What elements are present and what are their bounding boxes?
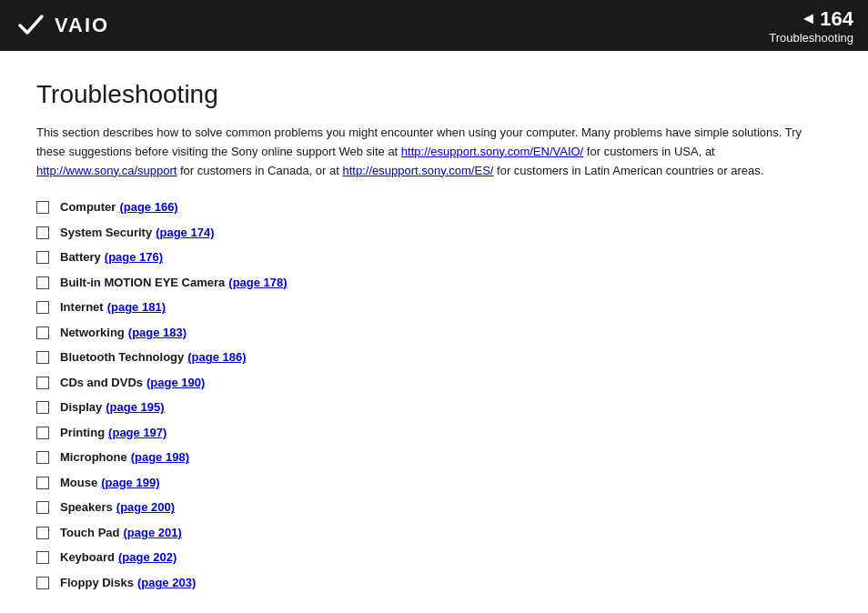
checkbox-icon <box>36 201 49 214</box>
page-number-area: ◄ 164 <box>800 7 853 31</box>
list-item: Printing (page 197) <box>36 424 832 442</box>
intro-text-part3: for customers in Canada, or at <box>177 164 342 177</box>
checkbox-icon <box>36 501 49 514</box>
item-link[interactable]: (page 186) <box>187 348 246 367</box>
checkbox-icon <box>36 327 49 339</box>
checkbox-icon <box>36 226 49 239</box>
item-label: Networking <box>60 324 125 342</box>
item-label: Internet <box>60 298 104 317</box>
checkbox-icon <box>36 351 49 364</box>
intro-text-part2: for customers in USA, at <box>583 145 715 158</box>
link-esupport-es[interactable]: http://esupport.sony.com/ES/ <box>342 164 493 177</box>
list-item: CDs and DVDs (page 190) <box>36 374 832 392</box>
list-item: Floppy Disks (page 203) <box>36 574 832 592</box>
item-link[interactable]: (page 197) <box>108 424 167 442</box>
link-sony-ca[interactable]: http://www.sony.ca/support <box>36 164 177 177</box>
item-label: Speakers <box>60 498 113 517</box>
list-item: Internet (page 181) <box>36 298 832 317</box>
list-item: Speakers (page 200) <box>36 498 832 517</box>
item-link[interactable]: (page 202) <box>118 548 177 567</box>
page-title: Troubleshooting <box>36 80 832 109</box>
item-link[interactable]: (page 183) <box>128 324 187 342</box>
link-esupport-en[interactable]: http://esupport.sony.com/EN/VAIO/ <box>401 145 583 158</box>
checkbox-icon <box>36 401 49 414</box>
checkbox-icon <box>36 527 49 539</box>
item-link[interactable]: (page 203) <box>137 574 196 592</box>
item-label: CDs and DVDs <box>60 374 143 392</box>
toc-list: Computer (page 166)System Security (page… <box>36 198 832 591</box>
item-label: Keyboard <box>60 548 115 567</box>
item-label: Floppy Disks <box>60 574 134 592</box>
item-label: Bluetooth Technology <box>60 348 184 367</box>
logo-area: VAIO <box>15 9 109 42</box>
list-item: Battery (page 176) <box>36 248 832 266</box>
list-item: Touch Pad (page 201) <box>36 524 832 542</box>
page-number: 164 <box>820 7 853 31</box>
list-item: Mouse (page 199) <box>36 474 832 492</box>
item-label: Printing <box>60 424 105 442</box>
item-label: Touch Pad <box>60 524 119 542</box>
item-link[interactable]: (page 181) <box>107 298 166 317</box>
checkbox-icon <box>36 251 49 264</box>
intro-text-part4: for customers in Latin American countrie… <box>493 164 763 177</box>
list-item: Keyboard (page 202) <box>36 548 832 567</box>
item-label: Computer <box>60 198 116 216</box>
intro-paragraph: This section describes how to solve comm… <box>36 124 819 180</box>
header: VAIO ◄ 164 Troubleshooting <box>0 0 868 51</box>
list-item: Computer (page 166) <box>36 198 832 216</box>
item-link[interactable]: (page 176) <box>105 248 163 266</box>
list-item: System Security (page 174) <box>36 224 832 242</box>
page-arrow-icon: ◄ <box>800 9 816 28</box>
checkbox-icon <box>36 276 49 289</box>
item-label: System Security <box>60 224 152 242</box>
item-label: Microphone <box>60 448 127 467</box>
item-link[interactable]: (page 199) <box>101 474 159 492</box>
vaio-logo-text: VAIO <box>55 14 109 37</box>
item-link[interactable]: (page 174) <box>156 224 214 242</box>
header-section-title: Troubleshooting <box>769 31 853 45</box>
list-item: Networking (page 183) <box>36 324 832 342</box>
item-link[interactable]: (page 166) <box>119 198 177 216</box>
sony-icon <box>15 9 47 42</box>
list-item: Display (page 195) <box>36 398 832 417</box>
item-link[interactable]: (page 190) <box>146 374 205 392</box>
item-label: Built-in MOTION EYE Camera <box>60 274 225 292</box>
item-link[interactable]: (page 201) <box>123 524 181 542</box>
item-label: Display <box>60 398 102 417</box>
list-item: Microphone (page 198) <box>36 448 832 467</box>
item-link[interactable]: (page 198) <box>131 448 189 467</box>
main-content: Troubleshooting This section describes h… <box>0 51 868 613</box>
checkbox-icon <box>36 301 49 314</box>
checkbox-icon <box>36 477 49 489</box>
checkbox-icon <box>36 427 49 439</box>
checkbox-icon <box>36 577 49 589</box>
header-info: ◄ 164 Troubleshooting <box>769 7 853 45</box>
checkbox-icon <box>36 377 49 389</box>
checkbox-icon <box>36 451 49 464</box>
item-label: Battery <box>60 248 101 266</box>
list-item: Bluetooth Technology (page 186) <box>36 348 832 367</box>
item-link[interactable]: (page 178) <box>228 274 287 292</box>
list-item: Built-in MOTION EYE Camera (page 178) <box>36 274 832 292</box>
item-label: Mouse <box>60 474 97 492</box>
item-link[interactable]: (page 200) <box>116 498 175 517</box>
item-link[interactable]: (page 195) <box>106 398 164 417</box>
checkbox-icon <box>36 551 49 564</box>
